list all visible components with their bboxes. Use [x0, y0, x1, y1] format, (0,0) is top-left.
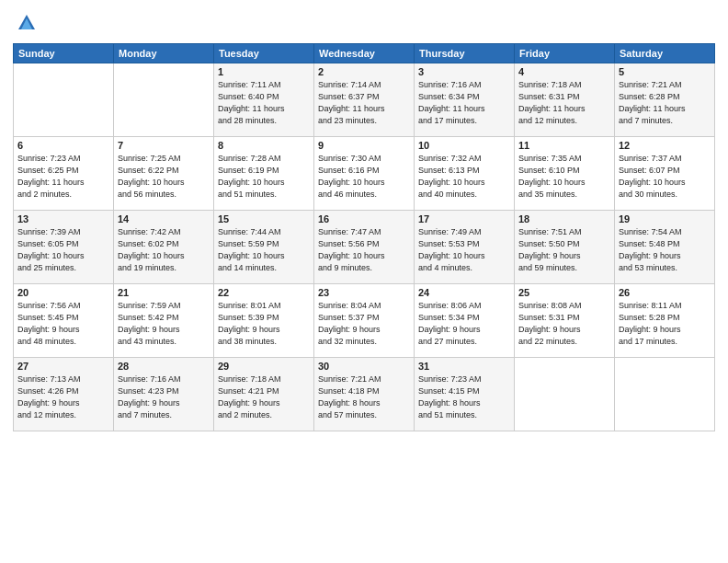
day-cell [114, 63, 214, 136]
day-number: 11 [518, 140, 610, 151]
day-number: 5 [619, 66, 711, 77]
day-cell: 20Sunrise: 7:56 AMSunset: 5:45 PMDayligh… [14, 283, 114, 357]
day-number: 29 [218, 361, 310, 372]
day-info: Sunrise: 7:59 AMSunset: 5:42 PMDaylight:… [118, 300, 210, 348]
day-cell: 4Sunrise: 7:18 AMSunset: 6:31 PMDaylight… [515, 63, 615, 136]
day-number: 7 [118, 140, 210, 151]
day-number: 31 [418, 361, 510, 372]
day-number: 10 [418, 140, 510, 151]
day-info: Sunrise: 7:16 AMSunset: 6:34 PMDaylight:… [418, 79, 510, 127]
day-info: Sunrise: 7:18 AMSunset: 6:31 PMDaylight:… [518, 79, 610, 127]
day-info: Sunrise: 7:21 AMSunset: 6:28 PMDaylight:… [619, 79, 711, 127]
day-cell: 10Sunrise: 7:32 AMSunset: 6:13 PMDayligh… [415, 136, 515, 210]
day-cell: 13Sunrise: 7:39 AMSunset: 6:05 PMDayligh… [14, 210, 114, 283]
day-info: Sunrise: 7:25 AMSunset: 6:22 PMDaylight:… [118, 153, 210, 201]
day-cell: 29Sunrise: 7:18 AMSunset: 4:21 PMDayligh… [214, 357, 314, 431]
day-cell: 12Sunrise: 7:37 AMSunset: 6:07 PMDayligh… [615, 136, 715, 210]
page: SundayMondayTuesdayWednesdayThursdayFrid… [0, 0, 728, 563]
logo [13, 13, 37, 38]
day-number: 22 [218, 287, 310, 298]
day-info: Sunrise: 7:51 AMSunset: 5:50 PMDaylight:… [518, 226, 610, 274]
week-row-3: 13Sunrise: 7:39 AMSunset: 6:05 PMDayligh… [14, 210, 715, 283]
day-cell [515, 357, 615, 431]
day-number: 18 [518, 213, 610, 224]
day-cell: 27Sunrise: 7:13 AMSunset: 4:26 PMDayligh… [14, 357, 114, 431]
day-number: 9 [318, 140, 410, 151]
weekday-thursday: Thursday [415, 43, 515, 63]
day-info: Sunrise: 7:35 AMSunset: 6:10 PMDaylight:… [518, 153, 610, 201]
day-info: Sunrise: 7:47 AMSunset: 5:56 PMDaylight:… [318, 226, 410, 274]
calendar-table: SundayMondayTuesdayWednesdayThursdayFrid… [13, 43, 715, 431]
day-info: Sunrise: 7:56 AMSunset: 5:45 PMDaylight:… [17, 300, 109, 348]
day-info: Sunrise: 7:28 AMSunset: 6:19 PMDaylight:… [218, 153, 310, 201]
day-number: 3 [418, 66, 510, 77]
day-cell: 14Sunrise: 7:42 AMSunset: 6:02 PMDayligh… [114, 210, 214, 283]
day-number: 27 [17, 361, 109, 372]
day-number: 2 [318, 66, 410, 77]
day-cell: 15Sunrise: 7:44 AMSunset: 5:59 PMDayligh… [214, 210, 314, 283]
day-info: Sunrise: 7:54 AMSunset: 5:48 PMDaylight:… [619, 226, 711, 274]
day-info: Sunrise: 8:08 AMSunset: 5:31 PMDaylight:… [518, 300, 610, 348]
day-cell: 28Sunrise: 7:16 AMSunset: 4:23 PMDayligh… [114, 357, 214, 431]
day-number: 26 [619, 287, 711, 298]
week-row-1: 1Sunrise: 7:11 AMSunset: 6:40 PMDaylight… [14, 63, 715, 136]
day-number: 21 [118, 287, 210, 298]
day-cell: 24Sunrise: 8:06 AMSunset: 5:34 PMDayligh… [415, 283, 515, 357]
day-number: 12 [619, 140, 711, 151]
day-info: Sunrise: 8:04 AMSunset: 5:37 PMDaylight:… [318, 300, 410, 348]
day-info: Sunrise: 7:23 AMSunset: 6:25 PMDaylight:… [17, 153, 109, 201]
day-cell: 1Sunrise: 7:11 AMSunset: 6:40 PMDaylight… [214, 63, 314, 136]
week-row-4: 20Sunrise: 7:56 AMSunset: 5:45 PMDayligh… [14, 283, 715, 357]
day-cell: 6Sunrise: 7:23 AMSunset: 6:25 PMDaylight… [14, 136, 114, 210]
weekday-friday: Friday [515, 43, 615, 63]
day-cell: 30Sunrise: 7:21 AMSunset: 4:18 PMDayligh… [314, 357, 415, 431]
weekday-saturday: Saturday [615, 43, 715, 63]
day-cell: 19Sunrise: 7:54 AMSunset: 5:48 PMDayligh… [615, 210, 715, 283]
day-cell: 25Sunrise: 8:08 AMSunset: 5:31 PMDayligh… [515, 283, 615, 357]
weekday-tuesday: Tuesday [214, 43, 314, 63]
weekday-monday: Monday [114, 43, 214, 63]
day-cell: 11Sunrise: 7:35 AMSunset: 6:10 PMDayligh… [515, 136, 615, 210]
day-cell [615, 357, 715, 431]
day-number: 16 [318, 213, 410, 224]
day-info: Sunrise: 7:42 AMSunset: 6:02 PMDaylight:… [118, 226, 210, 274]
day-number: 20 [17, 287, 109, 298]
day-info: Sunrise: 7:32 AMSunset: 6:13 PMDaylight:… [418, 153, 510, 201]
day-number: 28 [118, 361, 210, 372]
day-number: 6 [17, 140, 109, 151]
week-row-5: 27Sunrise: 7:13 AMSunset: 4:26 PMDayligh… [14, 357, 715, 431]
day-cell: 7Sunrise: 7:25 AMSunset: 6:22 PMDaylight… [114, 136, 214, 210]
day-info: Sunrise: 8:01 AMSunset: 5:39 PMDaylight:… [218, 300, 310, 348]
day-info: Sunrise: 7:13 AMSunset: 4:26 PMDaylight:… [17, 373, 109, 421]
day-number: 13 [17, 213, 109, 224]
day-info: Sunrise: 7:18 AMSunset: 4:21 PMDaylight:… [218, 373, 310, 421]
day-cell [14, 63, 114, 136]
day-info: Sunrise: 7:30 AMSunset: 6:16 PMDaylight:… [318, 153, 410, 201]
weekday-wednesday: Wednesday [314, 43, 415, 63]
day-cell: 21Sunrise: 7:59 AMSunset: 5:42 PMDayligh… [114, 283, 214, 357]
day-cell: 16Sunrise: 7:47 AMSunset: 5:56 PMDayligh… [314, 210, 415, 283]
day-number: 4 [518, 66, 610, 77]
header [13, 9, 715, 38]
day-number: 14 [118, 213, 210, 224]
day-info: Sunrise: 7:49 AMSunset: 5:53 PMDaylight:… [418, 226, 510, 274]
day-cell: 9Sunrise: 7:30 AMSunset: 6:16 PMDaylight… [314, 136, 415, 210]
day-cell: 18Sunrise: 7:51 AMSunset: 5:50 PMDayligh… [515, 210, 615, 283]
day-info: Sunrise: 7:44 AMSunset: 5:59 PMDaylight:… [218, 226, 310, 274]
day-info: Sunrise: 7:11 AMSunset: 6:40 PMDaylight:… [218, 79, 310, 127]
weekday-sunday: Sunday [14, 43, 114, 63]
week-row-2: 6Sunrise: 7:23 AMSunset: 6:25 PMDaylight… [14, 136, 715, 210]
day-info: Sunrise: 7:16 AMSunset: 4:23 PMDaylight:… [118, 373, 210, 421]
day-number: 23 [318, 287, 410, 298]
day-info: Sunrise: 7:37 AMSunset: 6:07 PMDaylight:… [619, 153, 711, 201]
day-cell: 17Sunrise: 7:49 AMSunset: 5:53 PMDayligh… [415, 210, 515, 283]
day-number: 8 [218, 140, 310, 151]
weekday-header-row: SundayMondayTuesdayWednesdayThursdayFrid… [14, 43, 715, 63]
day-number: 30 [318, 361, 410, 372]
day-info: Sunrise: 7:14 AMSunset: 6:37 PMDaylight:… [318, 79, 410, 127]
day-cell: 3Sunrise: 7:16 AMSunset: 6:34 PMDaylight… [415, 63, 515, 136]
day-cell: 5Sunrise: 7:21 AMSunset: 6:28 PMDaylight… [615, 63, 715, 136]
day-cell: 26Sunrise: 8:11 AMSunset: 5:28 PMDayligh… [615, 283, 715, 357]
day-cell: 8Sunrise: 7:28 AMSunset: 6:19 PMDaylight… [214, 136, 314, 210]
day-info: Sunrise: 7:23 AMSunset: 4:15 PMDaylight:… [418, 373, 510, 421]
